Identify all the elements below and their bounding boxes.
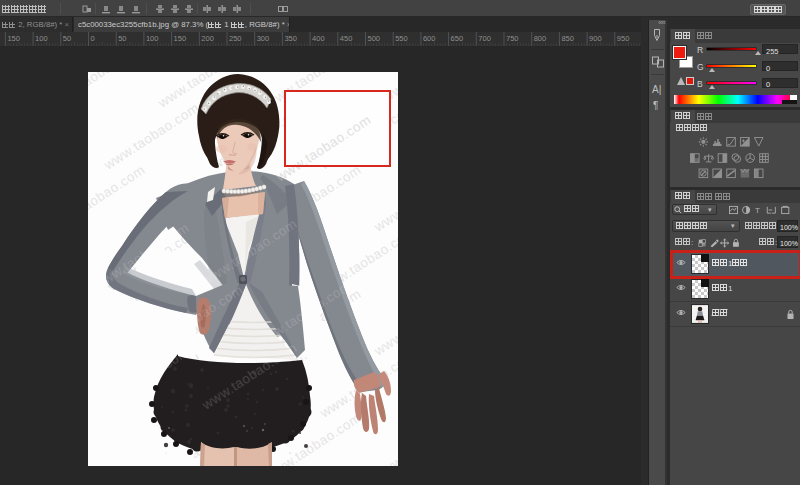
- svg-text:50: 50: [118, 34, 126, 43]
- svg-text:850: 850: [561, 34, 574, 43]
- svg-text:150: 150: [7, 34, 20, 43]
- svg-text:350: 350: [284, 34, 297, 43]
- svg-text:600: 600: [423, 34, 436, 43]
- svg-text:500: 500: [368, 34, 381, 43]
- svg-text:0: 0: [91, 34, 95, 43]
- svg-text:550: 550: [395, 34, 408, 43]
- svg-text:950: 950: [617, 34, 630, 43]
- svg-text:100: 100: [35, 34, 48, 43]
- svg-text:700: 700: [478, 34, 491, 43]
- svg-text:900: 900: [589, 34, 602, 43]
- svg-text:T: T: [755, 206, 760, 215]
- svg-text:400: 400: [312, 34, 325, 43]
- svg-text:150: 150: [174, 34, 187, 43]
- svg-text:50: 50: [63, 34, 71, 43]
- svg-text:¶: ¶: [653, 100, 658, 111]
- svg-text:100: 100: [146, 34, 159, 43]
- svg-text:A|: A|: [652, 84, 661, 95]
- svg-text:450: 450: [340, 34, 353, 43]
- svg-text:200: 200: [201, 34, 214, 43]
- svg-text:650: 650: [451, 34, 464, 43]
- svg-text:250: 250: [229, 34, 242, 43]
- svg-text:300: 300: [257, 34, 270, 43]
- svg-text:800: 800: [534, 34, 547, 43]
- svg-text:750: 750: [506, 34, 519, 43]
